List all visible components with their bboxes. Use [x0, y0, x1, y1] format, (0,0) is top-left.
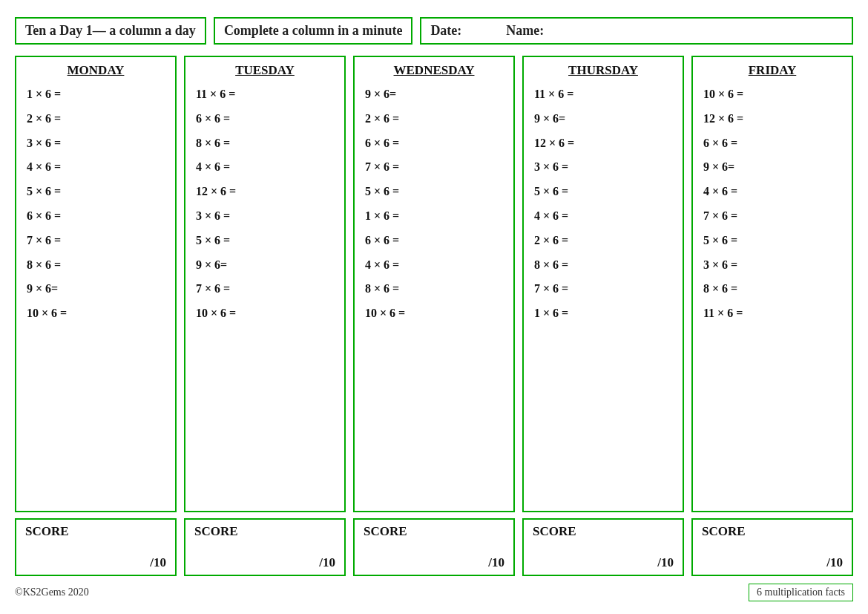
fact-item: 2 × 6 = — [365, 107, 503, 131]
fact-item: 6 × 6 = — [196, 107, 334, 131]
fact-item: 11 × 6 = — [703, 301, 841, 326]
fact-item: 2 × 6 = — [27, 107, 165, 131]
header: Ten a Day 1— a column a day Complete a c… — [15, 11, 853, 50]
fact-item: 4 × 6 = — [196, 155, 334, 180]
name-label: Name: — [506, 23, 544, 39]
fact-item: 6 × 6 = — [365, 131, 503, 156]
day-column-friday: FRIDAY10 × 6 =12 × 6 =6 × 6 =9 × 6=4 × 6… — [691, 56, 853, 576]
fact-item: 8 × 6 = — [365, 277, 503, 301]
fact-item: 9 × 6= — [365, 82, 503, 107]
score-box-thursday: SCORE/10 — [522, 518, 684, 576]
fact-item: 8 × 6 = — [534, 253, 672, 278]
day-header-tuesday: TUESDAY — [196, 63, 334, 78]
multiplication-tag: 6 multiplication facts — [749, 584, 853, 601]
fact-item: 9 × 6= — [534, 107, 672, 131]
fact-item: 7 × 6 = — [703, 204, 841, 229]
fact-item: 1 × 6 = — [365, 204, 503, 229]
score-value: /10 — [702, 555, 843, 570]
title-text: Ten a Day 1— a column a day — [25, 23, 196, 38]
score-label: SCORE — [25, 524, 166, 539]
day-header-thursday: THURSDAY — [534, 63, 672, 78]
score-box-friday: SCORE/10 — [691, 518, 853, 576]
fact-item: 1 × 6 = — [27, 82, 165, 107]
copyright: ©KS2Gems 2020 — [15, 587, 89, 598]
day-header-monday: MONDAY — [27, 63, 165, 78]
page: Ten a Day 1— a column a day Complete a c… — [0, 0, 868, 614]
day-header-wednesday: WEDNESDAY — [365, 63, 503, 78]
day-column-monday: MONDAY1 × 6 =2 × 6 =3 × 6 =4 × 6 =5 × 6 … — [15, 56, 177, 576]
fact-item: 10 × 6 = — [27, 301, 165, 326]
fact-item: 7 × 6 = — [534, 277, 672, 301]
fact-item: 4 × 6 = — [365, 253, 503, 278]
fact-item: 1 × 6 = — [534, 301, 672, 326]
fact-item: 3 × 6 = — [534, 155, 672, 180]
footer: ©KS2Gems 2020 6 multiplication facts — [15, 582, 853, 603]
date-label: Date: — [430, 23, 461, 39]
day-box-thursday: THURSDAY11 × 6 =9 × 6=12 × 6 =3 × 6 =5 ×… — [522, 56, 684, 512]
fact-item: 12 × 6 = — [534, 131, 672, 156]
score-value: /10 — [364, 555, 504, 570]
fact-item: 4 × 6 = — [534, 204, 672, 229]
fact-item: 5 × 6 = — [534, 180, 672, 204]
score-label: SCORE — [702, 524, 843, 539]
fact-item: 7 × 6 = — [27, 229, 165, 253]
fact-item: 9 × 6= — [27, 277, 165, 301]
fact-item: 12 × 6 = — [196, 180, 334, 204]
fact-item: 10 × 6 = — [703, 82, 841, 107]
score-value: /10 — [25, 555, 166, 570]
day-box-wednesday: WEDNESDAY9 × 6=2 × 6 =6 × 6 =7 × 6 =5 × … — [353, 56, 515, 512]
score-value: /10 — [533, 555, 674, 570]
fact-item: 11 × 6 = — [534, 82, 672, 107]
fact-item: 10 × 6 = — [365, 301, 503, 326]
fact-item: 7 × 6 = — [365, 155, 503, 180]
fact-item: 8 × 6 = — [196, 131, 334, 156]
fact-item: 3 × 6 = — [703, 253, 841, 278]
instruction-box: Complete a column in a minute — [214, 17, 413, 45]
day-box-tuesday: TUESDAY11 × 6 =6 × 6 =8 × 6 =4 × 6 =12 ×… — [184, 56, 346, 512]
fact-item: 4 × 6 = — [27, 155, 165, 180]
fact-item: 6 × 6 = — [27, 204, 165, 229]
fact-item: 8 × 6 = — [27, 253, 165, 278]
score-label: SCORE — [364, 524, 504, 539]
fact-item: 4 × 6 = — [703, 180, 841, 204]
day-box-friday: FRIDAY10 × 6 =12 × 6 =6 × 6 =9 × 6=4 × 6… — [691, 56, 853, 512]
day-column-wednesday: WEDNESDAY9 × 6=2 × 6 =6 × 6 =7 × 6 =5 × … — [353, 56, 515, 576]
fact-item: 12 × 6 = — [703, 107, 841, 131]
fact-item: 5 × 6 = — [196, 229, 334, 253]
fact-item: 2 × 6 = — [534, 229, 672, 253]
day-column-tuesday: TUESDAY11 × 6 =6 × 6 =8 × 6 =4 × 6 =12 ×… — [184, 56, 346, 576]
fact-item: 6 × 6 = — [703, 131, 841, 156]
fact-item: 3 × 6 = — [27, 131, 165, 156]
fact-item: 5 × 6 = — [365, 180, 503, 204]
fact-item: 5 × 6 = — [27, 180, 165, 204]
score-label: SCORE — [533, 524, 674, 539]
fact-item: 9 × 6= — [703, 155, 841, 180]
fact-item: 9 × 6= — [196, 253, 334, 278]
fact-item: 6 × 6 = — [365, 229, 503, 253]
instruction-text: Complete a column in a minute — [224, 23, 403, 38]
fact-item: 3 × 6 = — [196, 204, 334, 229]
tag-text: 6 multiplication facts — [757, 587, 845, 598]
fact-item: 7 × 6 = — [196, 277, 334, 301]
score-value: /10 — [194, 555, 335, 570]
title-box: Ten a Day 1— a column a day — [15, 17, 206, 45]
day-column-thursday: THURSDAY11 × 6 =9 × 6=12 × 6 =3 × 6 =5 ×… — [522, 56, 684, 576]
score-label: SCORE — [194, 524, 335, 539]
columns-area: MONDAY1 × 6 =2 × 6 =3 × 6 =4 × 6 =5 × 6 … — [15, 56, 853, 576]
fact-item: 10 × 6 = — [196, 301, 334, 326]
fact-item: 5 × 6 = — [703, 229, 841, 253]
fact-item: 11 × 6 = — [196, 82, 334, 107]
date-name-box: Date: Name: — [420, 17, 853, 45]
score-box-wednesday: SCORE/10 — [353, 518, 515, 576]
day-header-friday: FRIDAY — [703, 63, 841, 78]
fact-item: 8 × 6 = — [703, 277, 841, 301]
score-box-tuesday: SCORE/10 — [184, 518, 346, 576]
score-box-monday: SCORE/10 — [15, 518, 177, 576]
day-box-monday: MONDAY1 × 6 =2 × 6 =3 × 6 =4 × 6 =5 × 6 … — [15, 56, 177, 512]
